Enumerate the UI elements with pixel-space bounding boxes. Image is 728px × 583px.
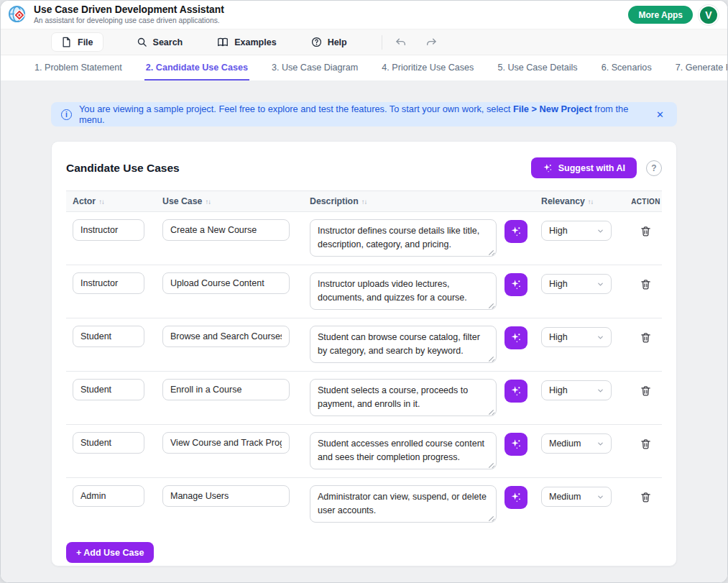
column-header-relevancy[interactable]: Relevancy↑↓ — [536, 196, 630, 206]
help-circle-icon — [311, 37, 322, 47]
relevancy-value: High — [549, 226, 568, 236]
menu-examples[interactable]: Examples — [216, 33, 277, 51]
description-textarea[interactable] — [310, 432, 497, 469]
card-help-button[interactable]: ? — [646, 160, 662, 176]
sort-icon[interactable]: ↑↓ — [205, 198, 211, 206]
card-header: Candidate Use Cases Suggest with AI ? — [66, 157, 662, 178]
textarea-resize-handle[interactable] — [488, 408, 495, 415]
tab-candidate-use-cases[interactable]: 2. Candidate Use Cases — [144, 55, 249, 81]
menu-help[interactable]: Help — [310, 33, 349, 51]
ai-suggest-row-button[interactable] — [504, 220, 527, 243]
textarea-resize-handle[interactable] — [488, 514, 495, 521]
actor-input[interactable] — [73, 485, 144, 507]
toolbar-divider — [382, 35, 382, 50]
user-avatar[interactable]: V — [699, 5, 719, 25]
delete-row-button[interactable] — [638, 436, 653, 451]
tab-generate-report[interactable]: 7. Generate Report — [674, 55, 728, 81]
tab-prioritize-use-cases[interactable]: 4. Prioritize Use Cases — [380, 55, 475, 81]
ai-suggest-row-button[interactable] — [504, 326, 527, 349]
sparkle-icon — [510, 492, 522, 503]
actor-input[interactable] — [73, 219, 144, 241]
delete-row-button[interactable] — [638, 224, 653, 239]
relevancy-value: High — [549, 279, 568, 289]
card-title: Candidate Use Cases — [66, 162, 180, 175]
description-textarea[interactable] — [310, 272, 497, 310]
delete-row-button[interactable] — [638, 490, 653, 505]
relevancy-cell: Medium — [536, 485, 630, 507]
relevancy-cell: High — [536, 272, 630, 294]
ai-suggest-row-button[interactable] — [504, 433, 527, 456]
use-case-input[interactable] — [162, 485, 290, 507]
description-textarea[interactable] — [310, 326, 497, 363]
toolbar: File Search Examples Help — [1, 29, 727, 55]
delete-row-button[interactable] — [638, 330, 653, 345]
ai-cell — [499, 272, 536, 296]
tab-use-case-details[interactable]: 5. Use Case Details — [496, 55, 579, 81]
use-case-cell — [156, 219, 303, 241]
sparkle-icon — [543, 163, 553, 173]
info-icon: i — [61, 109, 72, 120]
actor-input[interactable] — [73, 326, 144, 347]
use-case-input[interactable] — [162, 379, 290, 400]
menu-search[interactable]: Search — [135, 33, 185, 51]
trash-icon — [640, 225, 652, 237]
ai-suggest-row-button[interactable] — [504, 380, 527, 403]
textarea-resize-handle[interactable] — [488, 354, 495, 362]
card-header-actions: Suggest with AI ? — [531, 157, 662, 178]
textarea-resize-handle[interactable] — [488, 301, 495, 308]
use-case-input[interactable] — [162, 272, 290, 294]
redo-button[interactable] — [423, 35, 440, 50]
use-case-input[interactable] — [162, 219, 290, 241]
action-cell — [630, 485, 662, 505]
title-block: Use Case Driven Development Assistant An… — [34, 4, 224, 24]
more-apps-button[interactable]: More Apps — [628, 6, 693, 24]
tab-problem-statement[interactable]: 1. Problem Statement — [33, 55, 124, 81]
tab-use-case-diagram[interactable]: 3. Use Case Diagram — [270, 55, 359, 81]
delete-row-button[interactable] — [638, 277, 653, 292]
relevancy-value: Medium — [549, 492, 581, 502]
use-case-input[interactable] — [162, 326, 290, 347]
search-icon — [137, 37, 147, 47]
delete-row-button[interactable] — [638, 383, 653, 398]
banner-close-button[interactable]: ✕ — [653, 108, 667, 121]
relevancy-select[interactable]: Medium — [541, 487, 612, 507]
table-row: High — [66, 265, 662, 318]
sort-icon[interactable]: ↑↓ — [588, 198, 594, 206]
actor-input[interactable] — [73, 272, 144, 294]
sort-icon[interactable]: ↑↓ — [361, 198, 367, 206]
description-cell — [303, 272, 499, 310]
description-textarea[interactable] — [310, 485, 497, 523]
column-header-use-case[interactable]: Use Case↑↓ — [156, 196, 303, 206]
actor-input[interactable] — [73, 432, 144, 454]
description-textarea[interactable] — [310, 219, 497, 257]
menu-file[interactable]: File — [51, 32, 103, 52]
undo-button[interactable] — [392, 35, 410, 50]
textarea-resize-handle[interactable] — [488, 461, 495, 468]
relevancy-select[interactable]: Medium — [541, 433, 612, 454]
relevancy-select[interactable]: High — [541, 327, 612, 347]
column-header-description[interactable]: Description↑↓ — [303, 196, 499, 206]
suggest-with-ai-button[interactable]: Suggest with AI — [531, 157, 637, 178]
add-use-case-button[interactable]: + Add Use Case — [66, 542, 154, 563]
ai-cell — [499, 219, 536, 243]
relevancy-select[interactable]: High — [541, 380, 612, 400]
app-header: Use Case Driven Development Assistant An… — [1, 1, 727, 29]
relevancy-value: High — [549, 332, 568, 342]
sort-icon[interactable]: ↑↓ — [98, 198, 104, 206]
chevron-down-icon — [596, 440, 604, 448]
description-cell — [303, 379, 499, 416]
use-case-cell — [156, 326, 303, 347]
ai-cell — [499, 432, 536, 456]
relevancy-select[interactable]: High — [541, 221, 612, 241]
table-row: High — [66, 318, 662, 372]
ai-suggest-row-button[interactable] — [504, 273, 527, 296]
ai-suggest-row-button[interactable] — [504, 486, 527, 509]
description-textarea[interactable] — [310, 379, 497, 416]
use-case-input[interactable] — [162, 432, 290, 454]
column-header-actor[interactable]: Actor↑↓ — [66, 196, 156, 206]
relevancy-select[interactable]: High — [541, 274, 612, 294]
tab-scenarios[interactable]: 6. Scenarios — [600, 55, 653, 81]
actor-input[interactable] — [73, 379, 144, 400]
textarea-resize-handle[interactable] — [488, 248, 495, 255]
actor-cell — [66, 219, 156, 241]
